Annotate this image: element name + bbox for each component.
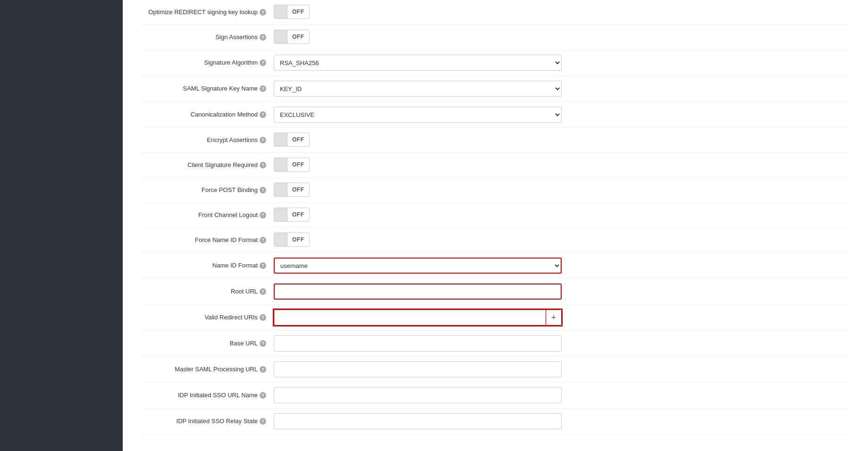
label-text-force-post-binding: Force POST Binding bbox=[202, 186, 258, 194]
select-saml-signature-key-name[interactable]: KEY_IDCERT_SUBJECTNONE bbox=[274, 81, 562, 97]
help-icon-root-url[interactable]: ? bbox=[260, 288, 266, 295]
label-text-optimize-redirect: Optimize REDIRECT signing key lookup bbox=[148, 8, 258, 17]
toggle-label-front-channel-logout: OFF bbox=[287, 211, 309, 218]
label-text-client-signature-required: Client Signature Required bbox=[187, 161, 258, 169]
label-text-valid-redirect-uris: Valid Redirect URIs bbox=[205, 313, 258, 322]
toggle-handle-encrypt-assertions bbox=[274, 133, 287, 146]
label-text-idp-initiated-sso-relay-state: IDP Initiated SSO Relay State bbox=[177, 417, 258, 426]
control-root-url bbox=[274, 284, 562, 300]
toggle-optimize-redirect[interactable]: OFF bbox=[274, 5, 310, 19]
toggle-handle-front-channel-logout bbox=[274, 208, 287, 221]
input-root-url[interactable] bbox=[274, 284, 562, 300]
input-idp-initiated-sso-relay-state[interactable] bbox=[274, 413, 562, 429]
select-canonicalization-method[interactable]: EXCLUSIVEEXCLUSIVE_WITH_COMMENTSINCLUSIV… bbox=[274, 107, 562, 123]
help-icon-valid-redirect-uris[interactable]: ? bbox=[260, 314, 266, 321]
help-icon-signature-algorithm[interactable]: ? bbox=[260, 59, 266, 66]
form-row-valid-redirect-uris: Valid Redirect URIs?+ bbox=[142, 305, 849, 331]
label-valid-redirect-uris: Valid Redirect URIs? bbox=[142, 313, 274, 322]
help-icon-sign-assertions[interactable]: ? bbox=[260, 34, 266, 41]
control-canonicalization-method: EXCLUSIVEEXCLUSIVE_WITH_COMMENTSINCLUSIV… bbox=[274, 107, 562, 123]
form-container: Optimize REDIRECT signing key lookup?OFF… bbox=[142, 0, 849, 434]
control-valid-redirect-uris: + bbox=[274, 309, 562, 326]
toggle-label-optimize-redirect: OFF bbox=[287, 8, 309, 15]
label-base-url: Base URL? bbox=[142, 339, 274, 348]
label-force-post-binding: Force POST Binding? bbox=[142, 186, 274, 194]
control-optimize-redirect: OFF bbox=[274, 5, 562, 20]
add-button-valid-redirect-uris[interactable]: + bbox=[546, 309, 562, 326]
form-row-master-saml-processing-url: Master SAML Processing URL? bbox=[142, 357, 849, 383]
label-name-id-format: Name ID Format? bbox=[142, 261, 274, 270]
control-idp-initiated-sso-url-name bbox=[274, 387, 562, 403]
main-content: Optimize REDIRECT signing key lookup?OFF… bbox=[123, 0, 868, 451]
control-name-id-format: usernameemailtransientpersistent bbox=[274, 258, 562, 274]
help-icon-name-id-format[interactable]: ? bbox=[260, 262, 266, 269]
control-saml-signature-key-name: KEY_IDCERT_SUBJECTNONE bbox=[274, 81, 562, 97]
form-row-idp-initiated-sso-relay-state: IDP Initiated SSO Relay State? bbox=[142, 409, 849, 434]
label-text-front-channel-logout: Front Channel Logout bbox=[198, 211, 258, 219]
label-text-base-url: Base URL bbox=[230, 339, 258, 348]
label-text-name-id-format: Name ID Format bbox=[212, 261, 258, 270]
help-icon-master-saml-processing-url[interactable]: ? bbox=[260, 366, 266, 373]
control-encrypt-assertions: OFF bbox=[274, 133, 562, 148]
help-icon-client-signature-required[interactable]: ? bbox=[260, 162, 266, 168]
form-row-canonicalization-method: Canonicalization Method?EXCLUSIVEEXCLUSI… bbox=[142, 102, 849, 128]
control-client-signature-required: OFF bbox=[274, 158, 562, 173]
toggle-client-signature-required[interactable]: OFF bbox=[274, 158, 310, 172]
help-icon-front-channel-logout[interactable]: ? bbox=[260, 212, 266, 218]
help-icon-idp-initiated-sso-url-name[interactable]: ? bbox=[260, 392, 266, 399]
input-master-saml-processing-url[interactable] bbox=[274, 361, 562, 377]
label-text-encrypt-assertions: Encrypt Assertions bbox=[207, 136, 258, 144]
help-icon-base-url[interactable]: ? bbox=[260, 340, 266, 347]
label-client-signature-required: Client Signature Required? bbox=[142, 161, 274, 169]
toggle-label-force-post-binding: OFF bbox=[287, 186, 309, 193]
select-name-id-format[interactable]: usernameemailtransientpersistent bbox=[274, 258, 562, 274]
input-valid-redirect-uris[interactable] bbox=[274, 309, 546, 326]
toggle-force-name-id-format[interactable]: OFF bbox=[274, 233, 310, 247]
select-signature-algorithm[interactable]: RSA_SHA256RSA_SHA1RSA_SHA384RSA_SHA512 bbox=[274, 55, 562, 71]
control-master-saml-processing-url bbox=[274, 361, 562, 377]
control-force-name-id-format: OFF bbox=[274, 233, 562, 248]
help-icon-force-name-id-format[interactable]: ? bbox=[260, 237, 266, 243]
input-base-url[interactable] bbox=[274, 335, 562, 351]
form-row-base-url: Base URL? bbox=[142, 331, 849, 357]
toggle-handle-sign-assertions bbox=[274, 30, 287, 43]
label-root-url: Root URL? bbox=[142, 287, 274, 296]
form-row-name-id-format: Name ID Format?usernameemailtransientper… bbox=[142, 253, 849, 279]
help-icon-optimize-redirect[interactable]: ? bbox=[260, 9, 266, 16]
help-icon-canonicalization-method[interactable]: ? bbox=[260, 111, 266, 118]
label-master-saml-processing-url: Master SAML Processing URL? bbox=[142, 365, 274, 374]
toggle-encrypt-assertions[interactable]: OFF bbox=[274, 133, 310, 147]
form-row-optimize-redirect: Optimize REDIRECT signing key lookup?OFF bbox=[142, 0, 849, 25]
label-text-root-url: Root URL bbox=[231, 287, 258, 296]
help-icon-encrypt-assertions[interactable]: ? bbox=[260, 137, 266, 143]
form-row-idp-initiated-sso-url-name: IDP Initiated SSO URL Name? bbox=[142, 383, 849, 409]
toggle-force-post-binding[interactable]: OFF bbox=[274, 183, 310, 197]
control-base-url bbox=[274, 335, 562, 351]
form-row-root-url: Root URL? bbox=[142, 279, 849, 305]
help-icon-idp-initiated-sso-relay-state[interactable]: ? bbox=[260, 418, 266, 425]
control-front-channel-logout: OFF bbox=[274, 208, 562, 223]
label-idp-initiated-sso-url-name: IDP Initiated SSO URL Name? bbox=[142, 391, 274, 400]
form-row-force-name-id-format: Force Name ID Format?OFF bbox=[142, 228, 849, 253]
toggle-label-sign-assertions: OFF bbox=[287, 33, 309, 40]
toggle-handle-force-post-binding bbox=[274, 183, 287, 196]
control-signature-algorithm: RSA_SHA256RSA_SHA1RSA_SHA384RSA_SHA512 bbox=[274, 55, 562, 71]
label-text-idp-initiated-sso-url-name: IDP Initiated SSO URL Name bbox=[178, 391, 258, 400]
label-sign-assertions: Sign Assertions? bbox=[142, 33, 274, 42]
toggle-front-channel-logout[interactable]: OFF bbox=[274, 208, 310, 222]
toggle-label-client-signature-required: OFF bbox=[287, 161, 309, 168]
toggle-sign-assertions[interactable]: OFF bbox=[274, 30, 310, 44]
input-add-wrap-valid-redirect-uris: + bbox=[274, 309, 562, 326]
input-idp-initiated-sso-url-name[interactable] bbox=[274, 387, 562, 403]
help-icon-saml-signature-key-name[interactable]: ? bbox=[260, 85, 266, 92]
label-canonicalization-method: Canonicalization Method? bbox=[142, 110, 274, 119]
control-idp-initiated-sso-relay-state bbox=[274, 413, 562, 429]
label-text-canonicalization-method: Canonicalization Method bbox=[191, 110, 258, 119]
toggle-handle-force-name-id-format bbox=[274, 233, 287, 246]
form-row-saml-signature-key-name: SAML Signature Key Name?KEY_IDCERT_SUBJE… bbox=[142, 76, 849, 102]
label-text-saml-signature-key-name: SAML Signature Key Name bbox=[183, 84, 258, 93]
label-optimize-redirect: Optimize REDIRECT signing key lookup? bbox=[142, 8, 274, 17]
label-text-sign-assertions: Sign Assertions bbox=[215, 33, 258, 42]
sidebar bbox=[0, 0, 123, 451]
help-icon-force-post-binding[interactable]: ? bbox=[260, 187, 266, 193]
